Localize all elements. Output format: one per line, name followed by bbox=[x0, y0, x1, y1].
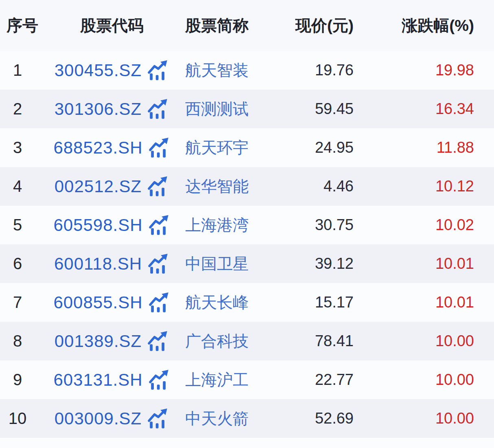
row-index: 8 bbox=[0, 332, 49, 350]
price-value: 59.45 bbox=[269, 100, 360, 118]
stock-name-link[interactable]: 西测测试 bbox=[175, 98, 269, 120]
row-index: 3 bbox=[0, 138, 49, 157]
stock-name-link[interactable]: 航天智装 bbox=[175, 59, 269, 81]
table-row[interactable]: 4 002512.SZ 达华智能 4.46 1 bbox=[0, 167, 494, 206]
stock-code-cell[interactable]: 001389.SZ bbox=[49, 330, 175, 353]
stock-code-link[interactable]: 600118.SH bbox=[54, 254, 142, 274]
trend-chart-icon[interactable] bbox=[149, 292, 170, 315]
table-row[interactable]: 1 300455.SZ 航天智装 19.76 bbox=[0, 51, 494, 90]
table-header-row: 序号 股票代码 股票简称 现价(元) 涨跌幅(%) bbox=[0, 0, 494, 51]
change-percent-value: 10.00 bbox=[360, 332, 494, 350]
stock-code-cell[interactable]: 301306.SZ bbox=[49, 98, 175, 121]
trend-chart-icon[interactable] bbox=[147, 408, 169, 431]
stock-name-link[interactable]: 航天环宇 bbox=[175, 137, 269, 159]
price-value: 30.75 bbox=[269, 216, 360, 234]
change-percent-value: 11.88 bbox=[360, 139, 494, 156]
header-index: 序号 bbox=[0, 15, 49, 37]
trend-chart-icon[interactable] bbox=[147, 99, 169, 121]
stock-code-cell[interactable]: 600855.SH bbox=[49, 291, 175, 314]
stock-code-link[interactable]: 001389.SZ bbox=[55, 332, 142, 351]
table-row[interactable]: 8 001389.SZ 广合科技 78.41 bbox=[0, 322, 494, 360]
change-percent-value: 10.00 bbox=[360, 410, 494, 427]
row-index: 4 bbox=[0, 177, 49, 195]
row-index: 6 bbox=[0, 255, 49, 273]
change-percent-value: 10.01 bbox=[360, 255, 494, 272]
stock-code-cell[interactable]: 603131.SH bbox=[49, 369, 175, 391]
change-percent-value: 10.12 bbox=[360, 178, 494, 195]
row-index: 9 bbox=[0, 371, 49, 389]
row-index: 1 bbox=[0, 61, 49, 79]
change-percent-value: 10.01 bbox=[360, 294, 494, 311]
header-price: 现价(元) bbox=[269, 15, 360, 37]
change-percent-value: 16.34 bbox=[360, 100, 494, 118]
table-row[interactable]: 10 003009.SZ 中天火箭 52.69 bbox=[0, 399, 494, 438]
stock-code-link[interactable]: 003009.SZ bbox=[55, 409, 142, 428]
header-stock-code: 股票代码 bbox=[49, 15, 175, 37]
stock-code-cell[interactable]: 300455.SZ bbox=[49, 59, 175, 82]
change-percent-value: 10.00 bbox=[360, 371, 494, 389]
stock-name-link[interactable]: 上海沪工 bbox=[175, 369, 269, 391]
stock-code-link[interactable]: 600855.SH bbox=[53, 293, 142, 312]
table-row[interactable]: 3 688523.SH 航天环宇 24.95 bbox=[0, 128, 494, 167]
row-index: 7 bbox=[0, 293, 49, 312]
stock-code-cell[interactable]: 600118.SH bbox=[49, 253, 175, 275]
stock-code-link[interactable]: 002512.SZ bbox=[55, 177, 142, 196]
stock-code-cell[interactable]: 605598.SH bbox=[49, 214, 175, 237]
stock-code-link[interactable]: 301306.SZ bbox=[55, 99, 142, 119]
table-row[interactable]: 5 605598.SH 上海港湾 30.75 bbox=[0, 206, 494, 244]
price-value: 52.69 bbox=[269, 410, 360, 427]
stock-code-link[interactable]: 688523.SH bbox=[53, 138, 142, 158]
header-change-percent: 涨跌幅(%) bbox=[360, 15, 494, 37]
row-index: 5 bbox=[0, 216, 49, 234]
stock-code-cell[interactable]: 002512.SZ bbox=[49, 175, 175, 198]
stock-name-link[interactable]: 中天火箭 bbox=[175, 408, 269, 430]
price-value: 39.12 bbox=[269, 255, 360, 272]
change-percent-value: 10.02 bbox=[360, 216, 494, 234]
stock-code-cell[interactable]: 003009.SZ bbox=[49, 407, 175, 430]
trend-chart-icon[interactable] bbox=[147, 331, 169, 354]
price-value: 19.76 bbox=[269, 61, 360, 79]
stock-list-table: 序号 股票代码 股票简称 现价(元) 涨跌幅(%) 1 300455.SZ bbox=[0, 0, 494, 438]
stock-code-link[interactable]: 605598.SH bbox=[53, 215, 142, 235]
trend-chart-icon[interactable] bbox=[149, 215, 170, 237]
stock-name-link[interactable]: 达华智能 bbox=[175, 176, 269, 198]
row-index: 10 bbox=[0, 409, 49, 428]
price-value: 24.95 bbox=[269, 139, 360, 156]
stock-code-cell[interactable]: 688523.SH bbox=[49, 136, 175, 159]
trend-chart-icon[interactable] bbox=[148, 253, 170, 276]
stock-name-link[interactable]: 航天长峰 bbox=[175, 292, 269, 314]
trend-chart-icon[interactable] bbox=[147, 176, 169, 199]
trend-chart-icon[interactable] bbox=[149, 137, 170, 160]
price-value: 15.17 bbox=[269, 294, 360, 311]
price-value: 22.77 bbox=[269, 371, 360, 389]
stock-code-link[interactable]: 603131.SH bbox=[53, 370, 142, 390]
stock-name-link[interactable]: 中国卫星 bbox=[175, 253, 269, 275]
table-row[interactable]: 7 600855.SH 航天长峰 15.17 bbox=[0, 283, 494, 322]
price-value: 78.41 bbox=[269, 332, 360, 350]
table-row[interactable]: 2 301306.SZ 西测测试 59.45 bbox=[0, 90, 494, 128]
stock-code-link[interactable]: 300455.SZ bbox=[55, 61, 142, 80]
stock-name-link[interactable]: 上海港湾 bbox=[175, 214, 269, 236]
price-value: 4.46 bbox=[269, 178, 360, 195]
table-row[interactable]: 9 603131.SH 上海沪工 22.77 bbox=[0, 360, 494, 399]
row-index: 2 bbox=[0, 100, 49, 118]
header-stock-name: 股票简称 bbox=[175, 15, 269, 37]
trend-chart-icon[interactable] bbox=[149, 369, 170, 392]
table-row[interactable]: 6 600118.SH 中国卫星 39.12 bbox=[0, 244, 494, 283]
trend-chart-icon[interactable] bbox=[147, 60, 169, 83]
stock-name-link[interactable]: 广合科技 bbox=[175, 330, 269, 352]
change-percent-value: 19.98 bbox=[360, 61, 494, 79]
